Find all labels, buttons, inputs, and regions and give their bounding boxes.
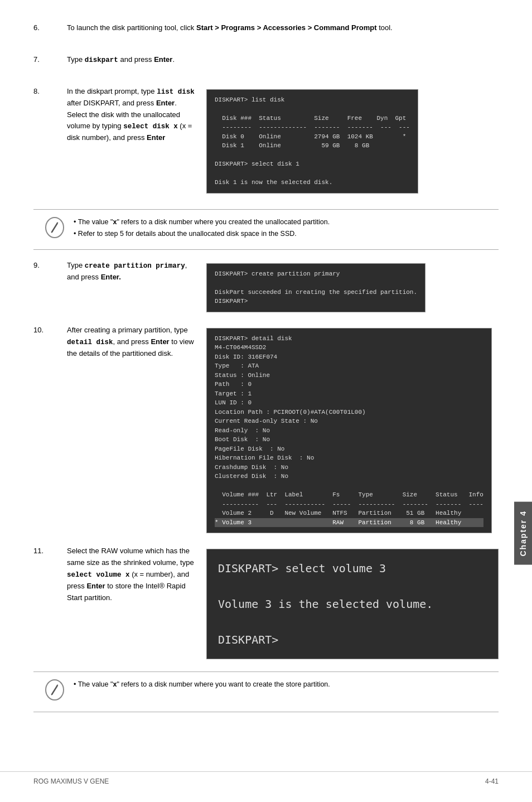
footer-right: 4-41: [485, 777, 499, 785]
step-9: 9. Type create partition primary, and pr…: [33, 260, 499, 312]
step-10-text: After creating a primary partition, type…: [67, 325, 195, 360]
svg-line-7: [57, 685, 58, 685]
note-2-item-1: The value "x" refers to a disk number wh…: [74, 679, 330, 690]
note-2-content: The value "x" refers to a disk number wh…: [74, 679, 330, 690]
note-1-item-2: Refer to step 5 for details about the un…: [74, 228, 330, 240]
note-1-item-1: The value "x" refers to a disk number wh…: [74, 216, 330, 228]
step-7-text: Type diskpart and press Enter.: [67, 54, 499, 66]
step-9-terminal-wrapper: DISKPART> create partition primary DiskP…: [195, 260, 499, 312]
step-10-terminal-wrapper: DISKPART> detail disk M4-CT064M4SSD2 Dis…: [195, 325, 499, 534]
svg-line-2: [51, 231, 52, 233]
step-10-terminal: DISKPART> detail disk M4-CT064M4SSD2 Dis…: [206, 328, 492, 534]
step-10: 10. After creating a primary partition, …: [33, 325, 499, 534]
note-icon-2: [45, 679, 65, 705]
step-6-content: To launch the disk partitioning tool, cl…: [67, 22, 499, 38]
chapter-tab: Chapter 4: [514, 502, 532, 565]
page-container: Chapter 4 6. To launch the disk partitio…: [0, 0, 532, 802]
step-8: 8. In the diskpart prompt, type list dis…: [33, 86, 499, 194]
footer-left: ROG MAXIMUS V GENE: [33, 777, 109, 785]
pencil-icon-2: [45, 679, 65, 701]
step-9-terminal: DISKPART> create partition primary DiskP…: [206, 263, 425, 312]
step-11-number: 11.: [33, 545, 67, 555]
chapter-label: Chapter 4: [519, 510, 528, 557]
svg-line-1: [52, 223, 57, 232]
step-8-left: In the diskpart prompt, type list disk a…: [67, 86, 195, 148]
pencil-icon: [45, 216, 65, 239]
step-9-left: Type create partition primary, and press…: [67, 260, 195, 288]
svg-line-5: [52, 685, 57, 694]
step-11-text: Select the RAW volume which has the same…: [67, 545, 195, 603]
step-9-number: 9.: [33, 260, 67, 269]
step-6: 6. To launch the disk partitioning tool,…: [33, 22, 499, 38]
step-8-terminal-wrapper: DISKPART> list disk Disk ### Status Size…: [195, 86, 499, 194]
step-7-content: Type diskpart and press Enter.: [67, 54, 499, 70]
note-1: The value "x" refers to a disk number wh…: [33, 209, 499, 250]
step-10-left: After creating a primary partition, type…: [67, 325, 195, 364]
step-11-terminal-wrapper: DISKPART> select volume 3 Volume 3 is th…: [195, 545, 499, 659]
note-2-list: The value "x" refers to a disk number wh…: [74, 679, 330, 690]
step-11-left: Select the RAW volume which has the same…: [67, 545, 195, 608]
step-6-number: 6.: [33, 22, 67, 32]
note-icon-1: [45, 216, 65, 243]
step-8-number: 8.: [33, 86, 67, 95]
note-1-list: The value "x" refers to a disk number wh…: [74, 216, 330, 240]
step-6-text: To launch the disk partitioning tool, cl…: [67, 22, 499, 34]
step-11: 11. Select the RAW volume which has the …: [33, 545, 499, 659]
step-10-number: 10.: [33, 325, 67, 334]
step-9-text: Type create partition primary, and press…: [67, 260, 195, 283]
note-1-content: The value "x" refers to a disk number wh…: [74, 216, 330, 240]
step-11-terminal: DISKPART> select volume 3 Volume 3 is th…: [206, 549, 499, 659]
footer: ROG MAXIMUS V GENE 4-41: [0, 771, 532, 785]
step-7-number: 7.: [33, 54, 67, 64]
step-7: 7. Type diskpart and press Enter.: [33, 54, 499, 70]
step-8-terminal: DISKPART> list disk Disk ### Status Size…: [206, 89, 418, 194]
step-8-text: In the diskpart prompt, type list disk a…: [67, 86, 195, 144]
note-2: The value "x" refers to a disk number wh…: [33, 671, 499, 712]
svg-line-3: [57, 223, 58, 223]
svg-line-6: [51, 694, 52, 695]
